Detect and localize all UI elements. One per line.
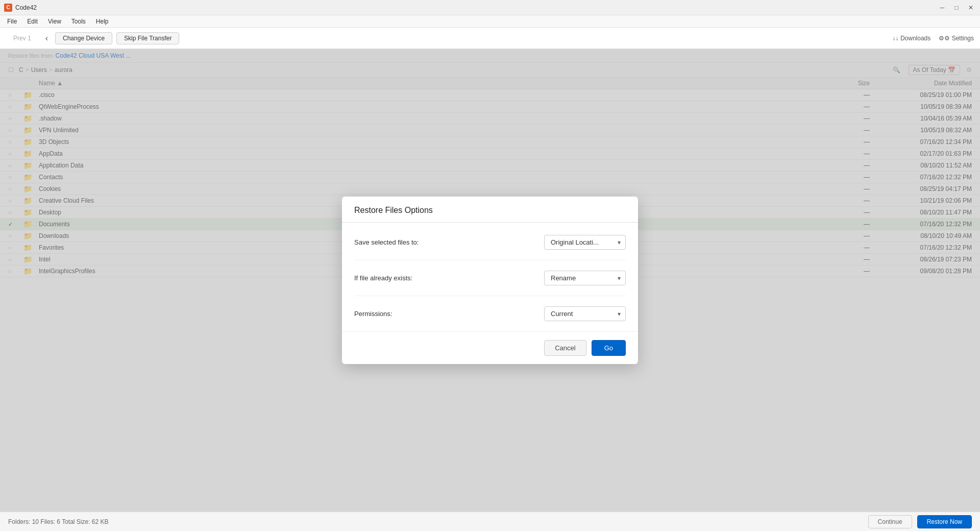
menu-file[interactable]: File bbox=[2, 17, 22, 26]
save-to-select-wrapper: Original Locati... Choose Folder... bbox=[544, 235, 626, 250]
save-to-label: Save selected files to: bbox=[354, 238, 544, 246]
title-bar: C Code42 ─ □ ✕ bbox=[0, 0, 980, 15]
menu-edit[interactable]: Edit bbox=[22, 17, 43, 26]
prev-button[interactable]: Prev 1 bbox=[6, 33, 38, 44]
status-summary: Folders: 10 Files: 6 Total Size: 62 KB bbox=[8, 518, 109, 525]
permissions-row: Permissions: Current Original bbox=[354, 306, 626, 321]
settings-link[interactable]: ⚙ ⚙ Settings bbox=[939, 35, 974, 42]
change-device-button[interactable]: Change Device bbox=[55, 32, 112, 44]
app-icon: C bbox=[4, 4, 12, 12]
cancel-button[interactable]: Cancel bbox=[544, 340, 586, 356]
save-to-row: Save selected files to: Original Locati.… bbox=[354, 235, 626, 260]
save-to-select[interactable]: Original Locati... Choose Folder... bbox=[544, 235, 626, 250]
status-bar: Folders: 10 Files: 6 Total Size: 62 KB C… bbox=[0, 512, 980, 531]
modal-header: Restore Files Options bbox=[342, 197, 638, 223]
settings-icon: ⚙ bbox=[939, 35, 944, 42]
modal-body: Save selected files to: Original Locati.… bbox=[342, 223, 638, 331]
file-exists-select-wrapper: Rename Overwrite Do not restore bbox=[544, 271, 626, 285]
status-bar-actions: Continue Restore Now bbox=[868, 515, 972, 528]
permissions-label: Permissions: bbox=[354, 310, 544, 318]
continue-button[interactable]: Continue bbox=[868, 515, 912, 528]
file-exists-row: If file already exists: Rename Overwrite… bbox=[354, 271, 626, 296]
file-exists-label: If file already exists: bbox=[354, 274, 544, 282]
toolbar-right: ↓ ↓ Downloads ⚙ ⚙ Settings bbox=[893, 35, 974, 42]
app-title: Code42 bbox=[15, 4, 937, 11]
menu-view[interactable]: View bbox=[43, 17, 66, 26]
go-button[interactable]: Go bbox=[592, 340, 626, 356]
maximize-button[interactable]: □ bbox=[951, 3, 962, 13]
restore-now-button[interactable]: Restore Now bbox=[917, 515, 972, 528]
menu-bar: File Edit View Tools Help bbox=[0, 15, 980, 28]
menu-tools[interactable]: Tools bbox=[66, 17, 91, 26]
modal-title: Restore Files Options bbox=[354, 206, 626, 215]
menu-help[interactable]: Help bbox=[91, 17, 114, 26]
restore-options-modal: Restore Files Options Save selected file… bbox=[342, 197, 638, 364]
file-exists-select[interactable]: Rename Overwrite Do not restore bbox=[544, 271, 626, 285]
nav-back-button[interactable]: ‹ bbox=[42, 33, 51, 44]
toolbar: Prev 1 ‹ Change Device Skip File Transfe… bbox=[0, 28, 980, 49]
main-content: Restore files from: Code42 Cloud USA Wes… bbox=[0, 49, 980, 512]
window-controls: ─ □ ✕ bbox=[937, 3, 976, 13]
downloads-link[interactable]: ↓ ↓ Downloads bbox=[893, 35, 931, 42]
modal-overlay: Restore Files Options Save selected file… bbox=[0, 49, 980, 512]
skip-transfer-button[interactable]: Skip File Transfer bbox=[116, 32, 179, 44]
permissions-select[interactable]: Current Original bbox=[544, 306, 626, 321]
close-button[interactable]: ✕ bbox=[966, 3, 976, 13]
modal-footer: Cancel Go bbox=[342, 331, 638, 364]
minimize-button[interactable]: ─ bbox=[937, 3, 947, 13]
permissions-select-wrapper: Current Original bbox=[544, 306, 626, 321]
